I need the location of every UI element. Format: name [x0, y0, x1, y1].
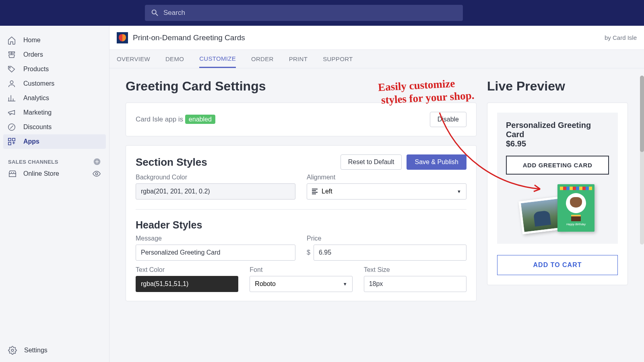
- preview-images: Happy Birthday: [506, 183, 609, 232]
- message-label: Message: [136, 235, 295, 242]
- bg-color-input[interactable]: [136, 183, 295, 200]
- bg-color-field: Background Color: [136, 174, 295, 200]
- sidebar-item-apps[interactable]: Apps: [3, 134, 106, 149]
- channel-online-store[interactable]: Online Store: [0, 166, 109, 182]
- app-byline: by Card Isle: [605, 34, 637, 41]
- megaphone-icon: [7, 108, 16, 117]
- header-styles-heading: Header Styles: [136, 219, 466, 231]
- add-to-cart-button[interactable]: ADD TO CART: [497, 255, 618, 275]
- tag-icon: [7, 65, 16, 74]
- page-title-settings: Greeting Card Settings: [126, 79, 477, 94]
- sidebar-item-analytics[interactable]: Analytics: [0, 91, 109, 105]
- sidebar: Home Orders Products Customers Analytics…: [0, 26, 109, 362]
- sidebar-label-marketing: Marketing: [23, 109, 52, 116]
- text-size-label: Text Size: [364, 266, 466, 274]
- tab-customize[interactable]: CUSTOMIZE: [199, 50, 236, 68]
- svg-point-8: [11, 349, 14, 352]
- price-label: Price: [307, 235, 466, 242]
- reset-button[interactable]: Reset to Default: [341, 154, 402, 170]
- orders-icon: [7, 50, 16, 59]
- add-greeting-card-button[interactable]: ADD GREETING CARD: [506, 156, 609, 175]
- eye-icon[interactable]: [92, 169, 101, 178]
- currency-symbol: $: [307, 249, 310, 256]
- font-label: Font: [250, 266, 352, 274]
- disable-button[interactable]: Disable: [430, 112, 466, 127]
- sidebar-item-customers[interactable]: Customers: [0, 76, 109, 91]
- bg-color-label: Background Color: [136, 174, 295, 181]
- text-color-label: Text Color: [136, 266, 238, 274]
- svg-point-0: [9, 67, 10, 68]
- alignment-field: Alignment Left ▼: [307, 174, 466, 200]
- store-icon: [8, 169, 17, 178]
- text-size-field: Text Size: [364, 266, 466, 292]
- svg-point-7: [95, 173, 98, 175]
- chevron-down-icon: ▼: [343, 282, 347, 286]
- sales-channels-header: SALES CHANNELS: [0, 158, 109, 166]
- sidebar-item-products[interactable]: Products: [0, 62, 109, 76]
- sidebar-label-analytics: Analytics: [23, 95, 49, 102]
- tab-overview[interactable]: OVERVIEW: [117, 50, 150, 68]
- app-title: Print-on-Demand Greeting Cards: [133, 33, 245, 42]
- apps-icon: [7, 137, 16, 146]
- align-left-icon: [312, 189, 318, 194]
- font-field: Font Roboto ▼: [250, 266, 352, 292]
- tabs: OVERVIEW DEMO CUSTOMIZE ORDER PRINT SUPP…: [109, 50, 644, 68]
- settings-label: Settings: [24, 347, 47, 354]
- divider: [136, 209, 466, 210]
- price-field: Price $: [307, 235, 466, 261]
- home-icon: [7, 36, 16, 45]
- sidebar-item-discounts[interactable]: Discounts: [0, 120, 109, 134]
- gear-icon: [8, 346, 17, 355]
- sidebar-label-apps: Apps: [23, 138, 39, 145]
- sidebar-item-home[interactable]: Home: [0, 33, 109, 47]
- sidebar-label-orders: Orders: [23, 51, 43, 58]
- svg-rect-5: [8, 142, 11, 145]
- svg-rect-3: [8, 138, 11, 141]
- styles-card: Section Styles Reset to Default Save & P…: [126, 145, 477, 301]
- page-title-preview: Live Preview: [487, 79, 628, 94]
- font-select[interactable]: Roboto ▼: [250, 276, 352, 292]
- sidebar-item-marketing[interactable]: Marketing: [0, 105, 109, 120]
- text-size-input[interactable]: [364, 276, 466, 292]
- section-styles-heading: Section Styles: [136, 156, 207, 169]
- status-card: Card Isle app is enabled Disable: [126, 103, 477, 136]
- search-icon: [151, 8, 159, 17]
- preview-card: Personalized Greeting Card $6.95 ADD GRE…: [487, 103, 628, 285]
- save-publish-button[interactable]: Save & Publish: [407, 154, 466, 170]
- top-bar: [0, 0, 644, 26]
- status-text: Card Isle app is enabled: [136, 115, 215, 123]
- price-input[interactable]: [314, 245, 466, 261]
- preview-price: $6.95: [506, 139, 609, 148]
- sidebar-item-orders[interactable]: Orders: [0, 47, 109, 62]
- sidebar-item-settings[interactable]: Settings: [0, 346, 109, 355]
- main-content: Print-on-Demand Greeting Cards by Card I…: [109, 26, 644, 362]
- enabled-badge: enabled: [185, 115, 215, 124]
- person-icon: [7, 79, 16, 88]
- svg-rect-4: [12, 138, 15, 141]
- app-header: Print-on-Demand Greeting Cards by Card I…: [109, 26, 644, 50]
- alignment-select[interactable]: Left ▼: [307, 183, 466, 200]
- discount-icon: [7, 123, 16, 132]
- chevron-down-icon: ▼: [457, 189, 461, 194]
- sidebar-label-products: Products: [23, 66, 49, 73]
- sidebar-label-home: Home: [23, 37, 41, 44]
- tab-demo[interactable]: DEMO: [165, 50, 184, 68]
- svg-point-1: [10, 81, 13, 84]
- text-color-field: Text Color: [136, 266, 238, 292]
- alignment-label: Alignment: [307, 174, 466, 181]
- tab-support[interactable]: SUPPORT: [323, 50, 353, 68]
- analytics-icon: [7, 94, 16, 103]
- text-color-input[interactable]: [136, 276, 238, 292]
- app-logo-icon: [117, 32, 128, 43]
- tab-print[interactable]: PRINT: [289, 50, 308, 68]
- search-field[interactable]: [145, 5, 463, 21]
- message-input[interactable]: [136, 245, 295, 261]
- message-field: Message: [136, 235, 295, 261]
- sidebar-label-discounts: Discounts: [23, 123, 52, 131]
- preview-green-card: Happy Birthday: [557, 184, 594, 232]
- tab-order[interactable]: ORDER: [251, 50, 274, 68]
- search-input[interactable]: [163, 9, 457, 17]
- preview-product-name: Personalized Greeting Card: [506, 121, 609, 139]
- add-channel-icon[interactable]: [93, 158, 101, 166]
- channel-label: Online Store: [23, 170, 59, 177]
